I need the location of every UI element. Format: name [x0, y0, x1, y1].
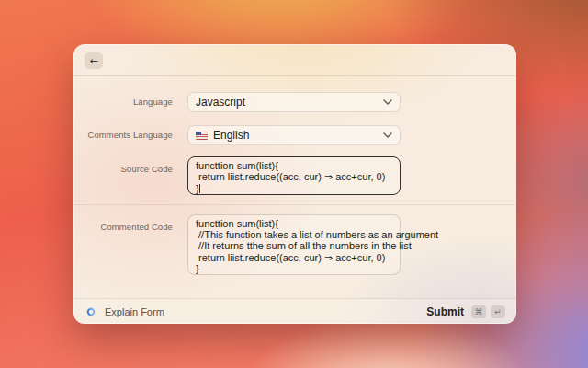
code-line: functtion sum(list){: [196, 218, 392, 229]
action-bar: Explain Form Submit ⌘ ↵: [74, 298, 516, 324]
return-key-icon: ↵: [491, 305, 505, 318]
chevron-down-icon: [383, 99, 392, 105]
code-line: }: [196, 263, 392, 274]
window-header: ←: [74, 44, 516, 76]
code-line: //It returns tthe sum of all the numbers…: [196, 240, 392, 251]
code-line: //This function takes a list of numbers …: [196, 229, 392, 240]
language-value: Javascript: [196, 96, 378, 109]
text-cursor: [199, 184, 200, 193]
language-dropdown[interactable]: Javascript: [187, 92, 401, 112]
section-divider: [74, 204, 516, 205]
chevron-down-icon: [383, 132, 392, 138]
back-button[interactable]: ←: [85, 52, 103, 69]
comments-language-label: Comments Language: [74, 130, 173, 140]
comments-language-dropdown[interactable]: English: [187, 125, 401, 145]
extension-brand: Explain Form: [85, 305, 164, 318]
comments-language-value: English: [196, 129, 378, 142]
raycast-form-window: ← Language Javascript Comments Language …: [74, 44, 516, 324]
code-line: }: [196, 183, 392, 194]
code-line: return liist.reduce((acc, cur) ⇒ acc+cur…: [196, 171, 392, 182]
source-code-textarea[interactable]: functtion sum(list){ return liist.reduce…: [187, 156, 401, 195]
code-explainer-icon: [85, 305, 97, 318]
extension-name: Explain Form: [105, 306, 164, 317]
commented-code-label: Commented Code: [74, 222, 173, 232]
submit-button[interactable]: Submit: [426, 305, 464, 318]
back-arrow-icon: ←: [89, 55, 97, 67]
source-code-label: Source Code: [74, 164, 173, 174]
language-label: Language: [74, 97, 173, 107]
us-flag-icon: [196, 132, 208, 140]
commented-code-textarea[interactable]: functtion sum(list){ //This function tak…: [187, 214, 401, 275]
command-key-icon: ⌘: [471, 305, 486, 318]
code-line: functtion sum(list){: [196, 160, 392, 171]
code-line: return liist.reduce((acc, cur) ⇒ acc+cur…: [196, 252, 392, 263]
submit-shortcut: ⌘ ↵: [471, 305, 505, 318]
